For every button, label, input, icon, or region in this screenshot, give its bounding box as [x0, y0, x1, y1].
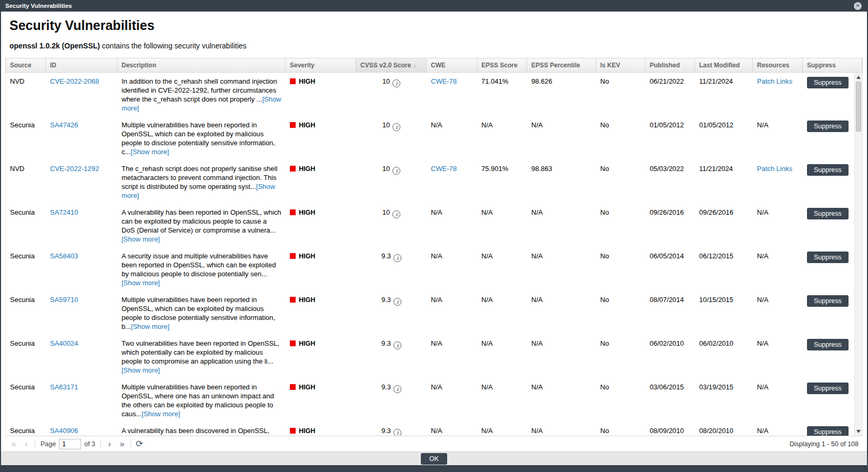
- info-icon[interactable]: i: [392, 167, 400, 175]
- cell-resources: N/A: [753, 208, 803, 217]
- cell-cwe: N/A: [427, 426, 477, 435]
- cell-source: Secunia: [6, 426, 46, 435]
- suppress-button[interactable]: Suppress: [807, 164, 849, 176]
- severity-high-icon: [290, 428, 296, 434]
- cell-is-kev: No: [596, 383, 645, 391]
- vulnerability-id-link[interactable]: SA59710: [50, 296, 78, 304]
- show-more-link[interactable]: [Show more]: [130, 148, 169, 156]
- vulnerability-id-link[interactable]: SA58403: [50, 252, 78, 260]
- cell-last-modified: 11/21/2024: [695, 77, 753, 86]
- cell-id: SA40906: [46, 426, 117, 435]
- column-header-severity[interactable]: Severity: [286, 58, 356, 72]
- suppress-button[interactable]: Suppress: [807, 426, 849, 436]
- severity-high-icon: [290, 297, 296, 303]
- info-icon[interactable]: i: [393, 254, 401, 262]
- cell-description: Two vulnerabilities have been reported i…: [117, 339, 286, 375]
- ok-button[interactable]: OK: [421, 453, 447, 465]
- column-header-source[interactable]: Source: [6, 58, 46, 72]
- description-text: The c_rehash script does not properly sa…: [122, 165, 277, 190]
- show-more-link[interactable]: [Show more]: [131, 323, 169, 330]
- cwe-link[interactable]: CWE-78: [431, 165, 457, 173]
- security-vulnerabilities-dialog: Security Vulnerabilities ✕ Security Vuln…: [1, 0, 867, 465]
- cell-description: A security issue and multiple vulnerabil…: [117, 252, 286, 287]
- patch-links-link: N/A: [757, 296, 769, 304]
- first-page-icon[interactable]: «: [7, 438, 20, 450]
- info-icon[interactable]: i: [393, 342, 401, 349]
- last-page-icon[interactable]: »: [116, 438, 128, 450]
- column-header-published[interactable]: Published: [645, 58, 695, 72]
- show-more-link[interactable]: [Show more]: [142, 410, 180, 418]
- cell-description: In addition to the c_rehash shell comman…: [117, 77, 286, 113]
- cell-id: SA40024: [46, 339, 117, 348]
- vulnerability-id-link[interactable]: SA47426: [50, 121, 78, 129]
- column-header-cvss-score[interactable]: CVSS v2.0 Score↓: [356, 58, 427, 72]
- component-name: openssl 1.0.2k (OpenSSL): [9, 42, 100, 50]
- page-label: Page: [41, 440, 56, 448]
- cell-severity: HIGH: [286, 164, 356, 174]
- close-icon[interactable]: ✕: [854, 2, 862, 10]
- vulnerability-id-link[interactable]: SA72410: [50, 208, 78, 216]
- column-header-last-modified[interactable]: Last Modified: [695, 58, 753, 72]
- column-header-epss-score[interactable]: EPSS Score: [477, 58, 527, 72]
- cell-published: 05/03/2022: [645, 164, 695, 173]
- cwe-link[interactable]: CWE-78: [431, 77, 457, 85]
- cell-epss-score: N/A: [477, 383, 527, 391]
- vulnerability-id-link[interactable]: SA40906: [50, 427, 78, 435]
- suppress-button[interactable]: Suppress: [807, 208, 849, 219]
- cell-cwe: N/A: [427, 120, 477, 129]
- scroll-down-icon[interactable]: [855, 427, 863, 435]
- cell-epss-percentile: N/A: [527, 252, 596, 260]
- cell-suppress: Suppress: [803, 426, 854, 436]
- vertical-scrollbar[interactable]: [854, 73, 862, 436]
- info-icon[interactable]: i: [392, 123, 400, 131]
- column-header-description[interactable]: Description: [117, 58, 286, 72]
- column-header-suppress[interactable]: Suppress: [803, 58, 862, 72]
- cell-severity: HIGH: [286, 252, 356, 261]
- suppress-button[interactable]: Suppress: [807, 252, 849, 263]
- vulnerability-id-link[interactable]: CVE-2022-1292: [50, 165, 99, 173]
- cell-id: SA72410: [46, 208, 117, 217]
- cell-cwe: CWE-78: [427, 164, 477, 173]
- next-page-icon[interactable]: ›: [103, 438, 116, 450]
- column-header-is-kev[interactable]: Is KEV: [596, 58, 645, 72]
- cwe-link: N/A: [431, 121, 442, 129]
- vulnerability-id-link[interactable]: SA40024: [50, 339, 78, 347]
- suppress-button[interactable]: Suppress: [807, 339, 849, 350]
- show-more-link[interactable]: [Show more]: [122, 366, 160, 374]
- cell-cwe: N/A: [427, 383, 477, 391]
- suppress-button[interactable]: Suppress: [807, 295, 849, 307]
- vulnerability-id-link[interactable]: SA63171: [50, 383, 78, 391]
- info-icon[interactable]: i: [393, 298, 401, 306]
- cell-last-modified: 10/15/2015: [695, 295, 753, 304]
- show-more-link[interactable]: [Show more]: [122, 279, 160, 287]
- cell-epss-score: N/A: [477, 426, 527, 435]
- patch-links-link[interactable]: Patch Links: [757, 77, 792, 85]
- suppress-button[interactable]: Suppress: [807, 77, 849, 88]
- patch-links-link[interactable]: Patch Links: [757, 165, 792, 173]
- previous-page-icon[interactable]: ‹: [20, 438, 33, 450]
- info-icon[interactable]: i: [393, 385, 401, 393]
- cell-epss-score: N/A: [477, 252, 527, 260]
- show-more-link[interactable]: [Show more]: [122, 235, 160, 243]
- suppress-button[interactable]: Suppress: [807, 383, 849, 394]
- info-icon[interactable]: i: [392, 210, 400, 218]
- scroll-up-icon[interactable]: [855, 73, 863, 81]
- cell-suppress: Suppress: [803, 77, 854, 88]
- severity-label: HIGH: [299, 296, 315, 304]
- column-header-id[interactable]: ID: [46, 58, 117, 72]
- column-header-cwe[interactable]: CWE: [427, 58, 477, 72]
- column-header-epss-percentile[interactable]: EPSS Percentile: [527, 58, 596, 72]
- info-icon[interactable]: i: [393, 429, 401, 436]
- refresh-icon[interactable]: ⟳: [133, 438, 146, 450]
- cell-suppress: Suppress: [803, 120, 854, 132]
- column-header-resources[interactable]: Resources: [753, 58, 803, 72]
- suppress-button[interactable]: Suppress: [807, 120, 849, 132]
- scrollbar-thumb[interactable]: [856, 82, 861, 132]
- info-icon[interactable]: i: [392, 79, 400, 87]
- table-row: Secunia SA40024 Two vulnerabilities have…: [6, 335, 854, 378]
- cell-last-modified: 03/19/2015: [695, 383, 753, 391]
- table-viewport: NVD CVE-2022-2068 In addition to the c_r…: [5, 73, 863, 436]
- page-number-input[interactable]: [59, 439, 81, 449]
- cell-cwe: N/A: [427, 208, 477, 217]
- vulnerability-id-link[interactable]: CVE-2022-2068: [50, 77, 99, 85]
